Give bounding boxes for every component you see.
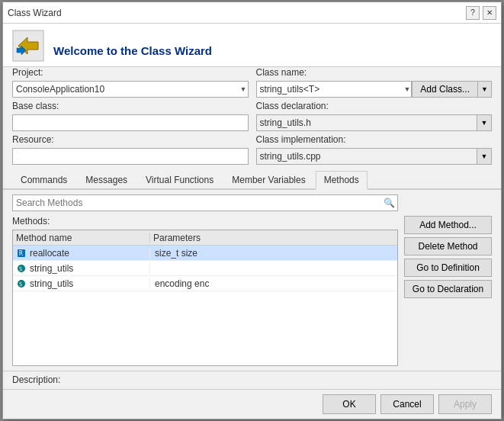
title-bar: Class Wizard ? ✕: [3, 2, 501, 24]
class-decl-input[interactable]: [256, 114, 477, 131]
classname-select-wrapper: string_utils<T> ▼: [256, 81, 413, 98]
base-decl-row: Base class: Class declaration: ▼: [3, 101, 501, 134]
right-buttons-panel: Add Method... Delete Method Go to Defini…: [404, 194, 492, 366]
base-class-input[interactable]: [12, 114, 249, 131]
class-wizard-dialog: Class Wizard ? ✕ Welcome to the Class Wi…: [2, 2, 502, 419]
wizard-header: Welcome to the Class Wizard: [3, 24, 501, 67]
class-impl-dropdown-button[interactable]: ▼: [477, 148, 492, 165]
table-header: Method name Parameters: [13, 230, 397, 246]
project-label: Project:: [12, 67, 249, 78]
methods-panel: 🔍 Methods: Method name Parameters R real…: [12, 194, 398, 366]
resource-column: Resource:: [12, 134, 249, 165]
resource-impl-row: Resource: Class implementation: ▼: [3, 134, 501, 168]
method-icon-string-utils-1: S: [16, 263, 27, 274]
delete-method-button[interactable]: Delete Method: [404, 237, 492, 255]
apply-button[interactable]: Apply: [438, 394, 492, 414]
method-name: string_utils: [30, 278, 73, 289]
col-header-method-name: Method name: [13, 233, 150, 243]
wizard-title: Welcome to the Class Wizard: [53, 44, 212, 57]
svg-text:R: R: [19, 250, 23, 257]
class-impl-label: Class implementation:: [256, 134, 493, 145]
tab-methods[interactable]: Methods: [316, 171, 368, 190]
help-button[interactable]: ?: [466, 6, 480, 20]
method-name: string_utils: [30, 263, 73, 274]
tabs-bar: Commands Messages Virtual Functions Memb…: [3, 168, 501, 190]
project-select-wrapper: ConsoleApplication10 ▼: [12, 81, 249, 98]
base-class-column: Base class:: [12, 101, 249, 131]
project-column: Project: ConsoleApplication10 ▼: [12, 67, 249, 98]
go-to-definition-button[interactable]: Go to Definition: [404, 259, 492, 277]
search-input[interactable]: [13, 198, 380, 208]
close-button[interactable]: ✕: [483, 6, 496, 20]
method-name-cell: S string_utils: [13, 278, 150, 289]
description-label: Description:: [12, 374, 60, 385]
resource-label: Resource:: [12, 134, 249, 145]
description-bar: Description:: [3, 371, 501, 389]
tab-messages[interactable]: Messages: [77, 171, 136, 188]
add-method-button[interactable]: Add Method...: [404, 216, 492, 234]
classname-select[interactable]: string_utils<T>: [256, 81, 413, 98]
method-name-cell: R reallocate: [13, 248, 150, 259]
search-row: 🔍: [12, 194, 398, 211]
class-decl-input-group: ▼: [256, 114, 493, 131]
class-decl-column: Class declaration: ▼: [256, 101, 493, 131]
go-to-declaration-button[interactable]: Go to Declaration: [404, 280, 492, 298]
class-impl-column: Class implementation: ▼: [256, 134, 493, 165]
wizard-icon: [12, 30, 44, 62]
tab-virtual-functions[interactable]: Virtual Functions: [137, 171, 222, 188]
method-params-cell: size_t size: [150, 248, 397, 259]
tab-commands[interactable]: Commands: [12, 171, 75, 188]
bottom-bar: OK Cancel Apply: [3, 389, 501, 419]
table-row[interactable]: S string_utils: [13, 261, 397, 276]
classname-input-group: string_utils<T> ▼ Add Class... ▼: [256, 81, 493, 98]
table-row[interactable]: R reallocate size_t size: [13, 246, 397, 261]
methods-label: Methods:: [12, 216, 398, 227]
project-classname-row: Project: ConsoleApplication10 ▼ Class na…: [3, 67, 501, 101]
resource-input[interactable]: [12, 148, 249, 165]
add-class-button[interactable]: Add Class...: [412, 81, 478, 98]
ok-button[interactable]: OK: [323, 394, 376, 414]
class-decl-label: Class declaration:: [256, 101, 493, 111]
project-select[interactable]: ConsoleApplication10: [12, 81, 249, 98]
method-icon-reallocate: R: [16, 248, 27, 259]
svg-text:S: S: [19, 266, 22, 272]
dialog-title: Class Wizard: [8, 8, 62, 18]
method-name-cell: S string_utils: [13, 263, 150, 274]
search-button[interactable]: 🔍: [380, 195, 397, 210]
method-name: reallocate: [30, 248, 69, 259]
cancel-button[interactable]: Cancel: [380, 394, 434, 414]
methods-table: Method name Parameters R reallocate size…: [12, 230, 398, 366]
tab-member-variables[interactable]: Member Variables: [223, 171, 313, 188]
add-class-btn-group: Add Class... ▼: [412, 81, 492, 98]
col-header-parameters: Parameters: [150, 233, 397, 243]
table-row[interactable]: S string_utils encoding enc: [13, 276, 397, 291]
classname-column: Class name: string_utils<T> ▼ Add Class.…: [256, 67, 493, 98]
method-icon-string-utils-2: S: [16, 278, 27, 289]
class-impl-input-group: ▼: [256, 148, 493, 165]
method-params-cell: encoding enc: [150, 278, 397, 289]
class-impl-input[interactable]: [256, 148, 477, 165]
title-bar-buttons: ? ✕: [466, 6, 496, 20]
main-body: 🔍 Methods: Method name Parameters R real…: [3, 190, 501, 371]
class-decl-dropdown-button[interactable]: ▼: [477, 114, 492, 131]
classname-label: Class name:: [256, 67, 493, 78]
base-class-label: Base class:: [12, 101, 249, 111]
add-class-dropdown-button[interactable]: ▼: [478, 81, 492, 98]
svg-text:S: S: [19, 281, 22, 288]
